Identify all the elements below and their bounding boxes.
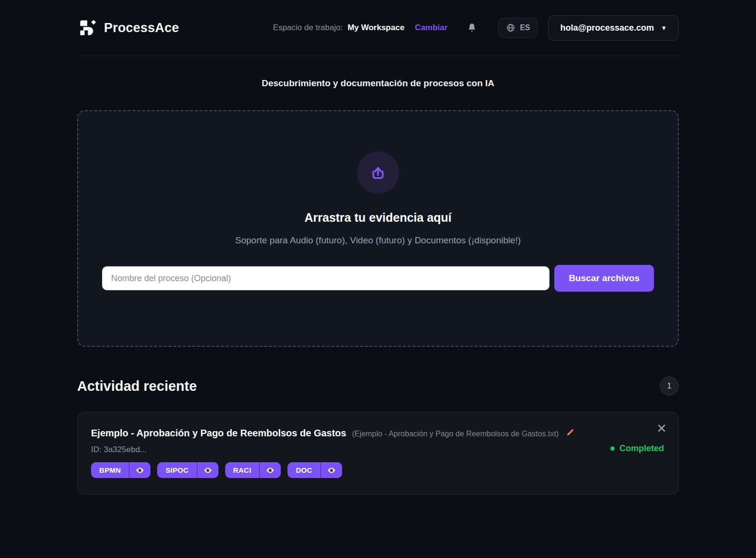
- view-bpmn-button[interactable]: [129, 462, 150, 478]
- view-raci-button[interactable]: [259, 462, 281, 478]
- evidence-dropzone[interactable]: Arrastra tu evidencia aquí Soporte para …: [77, 110, 679, 347]
- status-dot-icon: [610, 446, 615, 451]
- dropzone-controls: Buscar archivos: [102, 265, 654, 292]
- badge-label: SIPOC: [157, 462, 196, 478]
- activity-header: Actividad reciente 1: [77, 376, 679, 396]
- badge-label: BPMN: [91, 462, 129, 478]
- chevron-down-icon: ▼: [661, 24, 667, 32]
- globe-icon: [506, 23, 515, 33]
- processace-logo-icon: [77, 17, 98, 38]
- badge-raci: RACI: [225, 462, 281, 478]
- badge-label: RACI: [225, 462, 260, 478]
- change-workspace-link[interactable]: Cambiar: [415, 23, 447, 33]
- upload-icon: [369, 163, 387, 182]
- artifact-badges: BPMN SIPOC: [91, 462, 664, 478]
- close-icon: [657, 424, 666, 433]
- workspace-label: Espacio de trabajo:: [273, 23, 343, 33]
- badge-doc: DOC: [287, 462, 342, 478]
- badge-label: DOC: [287, 462, 320, 478]
- main-content: Descubrimiento y documentación de proces…: [77, 78, 679, 495]
- activity-card: Ejemplo - Aprobación y Pago de Reembolso…: [77, 412, 679, 495]
- status-text: Completed: [619, 444, 664, 454]
- dropzone-subtitle: Soporte para Audio (futuro), Video (futu…: [235, 235, 521, 246]
- activity-item-title: Ejemplo - Aprobación y Pago de Reembolso…: [91, 428, 346, 439]
- pencil-icon: [565, 428, 575, 437]
- language-selector[interactable]: ES: [498, 18, 538, 38]
- upload-icon-circle: [357, 151, 399, 194]
- page: ProcessAce Espacio de trabajo: My Worksp…: [0, 0, 756, 558]
- activity-heading: Actividad reciente: [77, 378, 197, 394]
- status-badge: Completed: [610, 444, 664, 454]
- rename-button[interactable]: [564, 428, 576, 437]
- activity-item-filename: (Ejemplo - Aprobación y Pago de Reembols…: [352, 430, 559, 438]
- badge-sipoc: SIPOC: [157, 462, 218, 478]
- header-divider: [77, 56, 679, 56]
- badge-bpmn: BPMN: [91, 462, 150, 478]
- bell-icon: [467, 22, 477, 34]
- account-menu-button[interactable]: hola@processace.com ▼: [548, 15, 679, 41]
- activity-title-row: Ejemplo - Aprobación y Pago de Reembolso…: [91, 427, 664, 439]
- eye-icon: [266, 467, 275, 474]
- activity-item-id: ID: 3a325ebd...: [91, 445, 664, 455]
- view-doc-button[interactable]: [321, 462, 342, 478]
- page-subtitle: Descubrimiento y documentación de proces…: [77, 78, 679, 89]
- eye-icon: [136, 467, 144, 474]
- account-email: hola@processace.com: [560, 23, 654, 33]
- language-code: ES: [520, 23, 530, 32]
- browse-files-button[interactable]: Buscar archivos: [554, 265, 654, 292]
- eye-icon: [327, 467, 336, 474]
- eye-icon: [204, 467, 212, 474]
- view-sipoc-button[interactable]: [197, 462, 218, 478]
- dismiss-activity-button[interactable]: [657, 424, 666, 433]
- activity-count-badge: 1: [660, 376, 679, 396]
- header: ProcessAce Espacio de trabajo: My Worksp…: [0, 0, 756, 56]
- process-name-input[interactable]: [102, 266, 550, 290]
- brand[interactable]: ProcessAce: [77, 17, 179, 38]
- notifications-button[interactable]: [467, 22, 477, 34]
- workspace-name: My Workspace: [347, 23, 404, 33]
- brand-name: ProcessAce: [104, 21, 179, 35]
- dropzone-title: Arrastra tu evidencia aquí: [304, 211, 451, 225]
- workspace-switcher: Espacio de trabajo: My Workspace Cambiar: [273, 23, 447, 33]
